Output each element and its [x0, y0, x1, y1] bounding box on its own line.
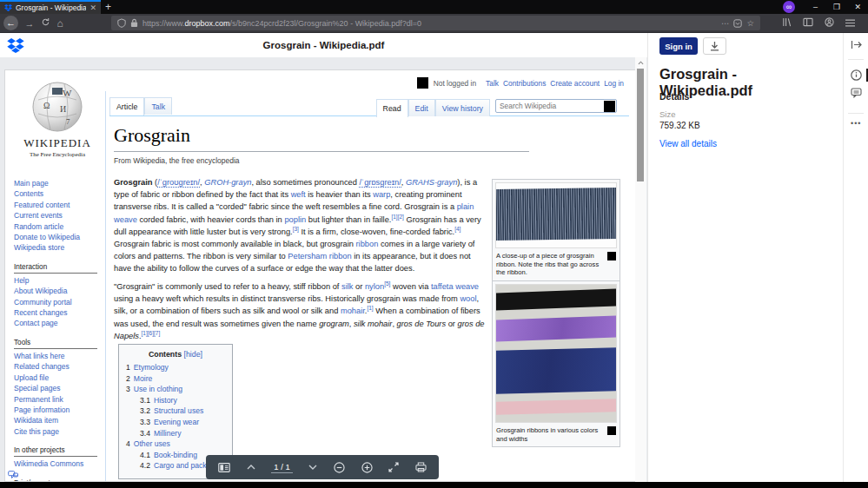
comments-icon[interactable]	[851, 88, 862, 98]
sidebar-link[interactable]: Special pages	[14, 383, 104, 393]
download-button[interactable]	[703, 37, 726, 55]
print-button[interactable]	[415, 462, 427, 472]
sidebar-link[interactable]: Cite this page	[14, 426, 104, 437]
wiki-tab[interactable]: Talk	[144, 97, 172, 115]
previous-page-button[interactable]	[247, 465, 255, 470]
view-all-details-link[interactable]: View all details	[659, 139, 717, 148]
recording-badge-icon: ∞	[783, 1, 795, 13]
grosgrain-closeup-image[interactable]	[495, 182, 617, 248]
sidebar-link[interactable]: Upload file	[14, 373, 104, 383]
svg-text:W: W	[63, 88, 72, 98]
search-icon-placeholder[interactable]	[604, 101, 615, 112]
wiki-search-input[interactable]	[496, 102, 604, 110]
sidebar-link[interactable]: What links here	[14, 351, 104, 361]
sidebar-link[interactable]: Page information	[14, 405, 104, 415]
article-subtitle: From Wikipedia, the free encyclopedia	[114, 156, 240, 165]
home-button[interactable]: ⌂	[53, 16, 67, 30]
sidebars-icon[interactable]	[801, 16, 815, 30]
sidebar-link[interactable]: Wikipedia store	[14, 242, 104, 253]
contents-hide-link[interactable]: [hide]	[184, 350, 203, 359]
new-tab-button[interactable]: +	[105, 1, 111, 13]
pdf-toolbar: 1 / 1	[206, 455, 439, 479]
size-value: 759.32 KB	[659, 121, 700, 130]
userbar-link[interactable]: Contributions	[503, 79, 546, 88]
restore-button[interactable]: ❐	[833, 0, 840, 14]
library-icon[interactable]	[779, 16, 793, 30]
userbar-link[interactable]: Log in	[604, 79, 624, 88]
next-page-button[interactable]	[308, 465, 317, 470]
sidebar-link[interactable]: Permanent link	[14, 394, 104, 405]
sign-in-button[interactable]: Sign in	[659, 37, 698, 55]
contents-item[interactable]: 3Use in clothing	[126, 384, 225, 395]
sidebar-link[interactable]: Related changes	[14, 361, 104, 372]
wiki-sidebar-top-links: Main pageContentsFeatured contentCurrent…	[14, 178, 104, 254]
browser-tab[interactable]: Grosgrain - Wikipedia.pdf ✕	[0, 0, 101, 14]
wikipedia-tagline: The Free Encyclopedia	[10, 151, 104, 157]
contents-item[interactable]: 4Other uses	[126, 439, 225, 450]
tracking-shield-icon[interactable]	[117, 18, 126, 28]
dropbox-favicon	[4, 4, 12, 11]
pocket-icon[interactable]	[733, 19, 742, 28]
contents-item[interactable]: 3.3Evening wear	[126, 417, 225, 428]
menu-hamburger-icon[interactable]	[843, 16, 857, 30]
sidebar-link[interactable]: Wikimedia Commons	[14, 458, 104, 469]
zoom-out-button[interactable]	[334, 462, 345, 473]
pink-ribbon	[495, 399, 617, 415]
wiki-tab[interactable]: View history	[435, 99, 490, 116]
sidebar-link[interactable]: Contents	[14, 188, 104, 199]
zoom-in-button[interactable]	[361, 462, 373, 473]
scrollbar-thumb[interactable]	[637, 69, 644, 181]
contents-item[interactable]: 2Moire	[126, 373, 225, 385]
contents-title: Contents	[149, 350, 182, 359]
wiki-tab[interactable]: Article	[109, 97, 144, 115]
back-button[interactable]: ←	[3, 16, 18, 30]
userbar-link[interactable]: Talk	[486, 79, 499, 88]
enlarge-icon-placeholder[interactable]	[607, 252, 616, 260]
preview-scrollbar[interactable]	[635, 57, 646, 482]
minimize-button[interactable]: –	[813, 0, 818, 14]
reload-button[interactable]	[38, 16, 52, 30]
contents-item[interactable]: 3.1History	[126, 395, 225, 406]
bookmark-star-icon[interactable]: ☆	[746, 18, 754, 28]
fullscreen-button[interactable]	[388, 462, 399, 472]
scroll-up-icon[interactable]	[638, 61, 644, 65]
info-icon[interactable]	[851, 69, 862, 81]
wiki-tab[interactable]: Edit	[408, 99, 435, 116]
sidebar-link[interactable]: Main page	[14, 178, 104, 188]
bottom-edge-bar	[0, 482, 868, 488]
url-bar[interactable]: https://www.dropbox.com/s/b9nc24pcrd2f23…	[111, 16, 760, 30]
tab-close-icon[interactable]: ✕	[89, 4, 96, 12]
sidebar-link[interactable]: Help	[14, 275, 104, 286]
userbar-link[interactable]: Create account	[550, 79, 600, 88]
figure-caption: Grosgrain ribbons in various colors and …	[495, 423, 617, 444]
sidebar-link[interactable]: Donate to Wikipedia	[14, 232, 104, 242]
account-icon[interactable]	[822, 16, 836, 30]
sidebar-link[interactable]: About Wikipedia	[14, 286, 104, 296]
sidebar-link[interactable]: Contact page	[14, 318, 104, 328]
grosgrain-colors-image[interactable]	[495, 284, 617, 423]
more-options-icon[interactable]: •••	[851, 119, 861, 128]
contents-item[interactable]: 3.2Structural uses	[126, 406, 225, 417]
sidebar-link[interactable]: Current events	[14, 210, 104, 221]
contents-item[interactable]: 3.4Millinery	[126, 428, 225, 439]
collapse-panel-icon[interactable]	[851, 40, 862, 49]
enlarge-icon-placeholder[interactable]	[607, 426, 616, 435]
sidebar-link[interactable]: Recent changes	[14, 307, 104, 318]
lock-icon[interactable]	[130, 18, 138, 28]
details-heading: Details	[659, 91, 689, 102]
preview-file-title: Grosgrain - Wikipedia.pdf	[0, 33, 647, 57]
page-indicator[interactable]: 1 / 1	[271, 462, 293, 473]
wiki-tabs-right: ReadEditView history	[376, 99, 490, 116]
wiki-tab[interactable]: Read	[376, 99, 408, 117]
page-actions-icon[interactable]: ⋯	[721, 18, 730, 28]
sidebar-link[interactable]: Wikidata item	[14, 415, 104, 425]
sidebar-link[interactable]: Featured content	[14, 200, 104, 210]
sidebar-link[interactable]: Random article	[14, 221, 104, 232]
thumbnails-panel-button[interactable]	[218, 463, 230, 472]
sidebar-link[interactable]: Community portal	[14, 297, 104, 307]
forward-button[interactable]: →	[23, 16, 36, 30]
close-button[interactable]: ✕	[854, 0, 861, 14]
browser-window: Grosgrain - Wikipedia.pdf ✕ + ∞ – ❐ ✕ ← …	[0, 0, 868, 488]
contents-item[interactable]: 1Etymology	[126, 362, 225, 373]
wiki-search-box[interactable]	[495, 99, 617, 113]
